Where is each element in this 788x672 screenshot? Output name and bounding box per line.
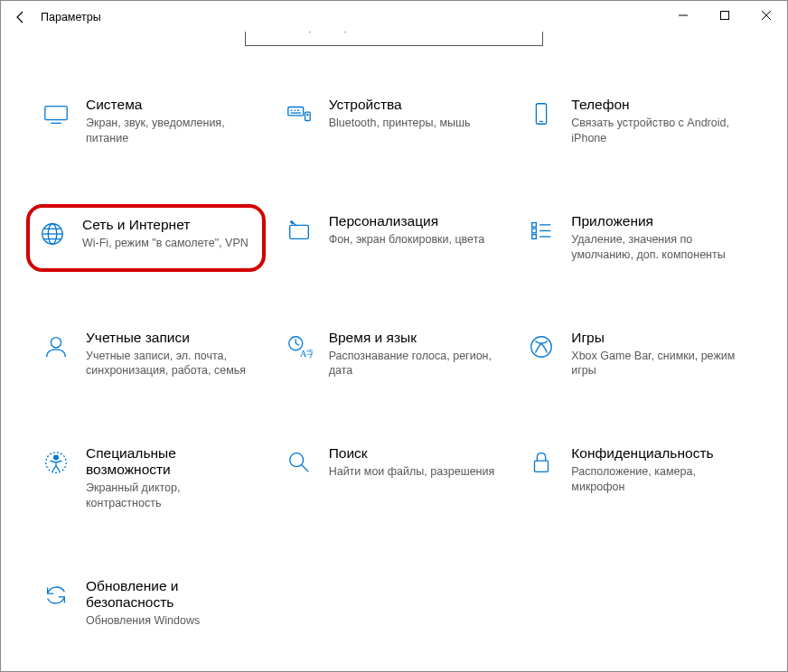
svg-point-14 [306, 114, 307, 115]
svg-point-29 [51, 337, 61, 347]
search-icon [521, 32, 533, 34]
tile-desc: Экран, звук, уведомления, питание [86, 116, 258, 146]
tile-title: Учетные записи [86, 330, 258, 346]
tile-desc: Экранный диктор, контрастность [86, 481, 258, 511]
minimize-button[interactable] [662, 1, 704, 30]
phone-icon [526, 98, 557, 129]
tile-desc: Обновления Windows [86, 613, 258, 629]
tile-apps[interactable]: Приложения Удаление, значения по умолчан… [526, 208, 747, 268]
tile-title: Время и язык [329, 330, 502, 346]
tile-title: Устройства [329, 97, 502, 113]
time-language-icon: A字 [284, 331, 314, 362]
tile-search[interactable]: Поиск Найти мои файлы, разрешения [284, 440, 505, 517]
apps-list-icon [526, 215, 557, 246]
magnifier-icon [284, 447, 314, 478]
accessibility-icon [41, 447, 71, 478]
tile-desc: Удаление, значения по умолчанию, доп. ко… [571, 232, 744, 263]
tile-title: Система [86, 97, 258, 113]
tile-title: Сеть и Интернет [82, 217, 253, 233]
svg-rect-27 [532, 234, 537, 238]
tile-title: Телефон [571, 97, 744, 113]
tile-ease-of-access[interactable]: Специальные возможности Экранный диктор,… [41, 440, 262, 517]
svg-rect-39 [535, 461, 549, 471]
svg-line-32 [296, 343, 299, 345]
tile-desc: Wi-Fi, режим "в самолете", VPN [82, 236, 253, 251]
window-title: Параметры [41, 11, 101, 23]
svg-rect-23 [532, 222, 537, 227]
search-input[interactable]: Найти параметр [245, 32, 543, 46]
monitor-icon [41, 98, 71, 129]
svg-rect-13 [305, 112, 310, 120]
back-button[interactable] [8, 5, 33, 30]
maximize-button[interactable] [704, 1, 746, 30]
tile-title: Игры [571, 330, 744, 346]
tile-privacy[interactable]: Конфиденциальность Расположение, камера,… [526, 440, 747, 517]
tile-title: Конфиденциальность [571, 445, 744, 462]
tile-network[interactable]: Сеть и Интернет Wi-Fi, режим "в самолете… [30, 208, 262, 268]
tile-title: Персонализация [329, 213, 502, 229]
svg-rect-6 [45, 107, 67, 120]
tile-desc: Xbox Game Bar, снимки, режим игры [571, 349, 744, 379]
sync-icon [41, 580, 71, 611]
tile-devices[interactable]: Устройства Bluetooth, принтеры, мышь [284, 91, 505, 152]
tile-title: Приложения [571, 213, 744, 229]
svg-line-38 [301, 465, 308, 472]
lock-icon [526, 447, 557, 478]
person-icon [41, 331, 71, 362]
tile-desc: Распознавание голоса, регион, дата [329, 349, 502, 379]
window-controls [662, 1, 787, 30]
tile-title: Специальные возможности [86, 445, 258, 478]
search-row: Найти параметр [1, 32, 787, 48]
globe-icon [37, 219, 68, 249]
svg-text:A字: A字 [300, 349, 313, 359]
search-placeholder: Найти параметр [255, 32, 521, 33]
tile-update-security[interactable]: Обновление и безопасность Обновления Win… [41, 573, 262, 634]
tile-system[interactable]: Система Экран, звук, уведомления, питани… [41, 91, 262, 152]
svg-point-36 [54, 455, 59, 460]
tile-desc: Bluetooth, принтеры, мышь [329, 116, 502, 131]
tile-phone[interactable]: Телефон Связать устройство с Android, iP… [526, 91, 747, 152]
paint-icon [284, 215, 314, 246]
svg-rect-8 [287, 107, 303, 116]
tile-desc: Расположение, камера, микрофон [571, 464, 744, 495]
keyboard-icon [284, 98, 314, 129]
svg-point-37 [289, 453, 303, 467]
svg-rect-22 [289, 225, 308, 238]
tile-desc: Связать устройство с Android, iPhone [571, 116, 744, 146]
svg-rect-25 [532, 229, 537, 233]
tile-desc: Фон, экран блокировки, цвета [329, 232, 502, 247]
xbox-icon [526, 331, 557, 362]
tile-accounts[interactable]: Учетные записи Учетные записи, эл. почта… [41, 324, 262, 385]
tile-gaming[interactable]: Игры Xbox Game Bar, снимки, режим игры [526, 324, 747, 385]
tile-personalization[interactable]: Персонализация Фон, экран блокировки, цв… [284, 208, 505, 268]
tile-desc: Найти мои файлы, разрешения [329, 464, 502, 480]
tile-title: Поиск [329, 445, 502, 462]
tile-title: Обновление и безопасность [86, 578, 258, 611]
svg-rect-1 [721, 12, 729, 20]
settings-grid: Система Экран, звук, уведомления, питани… [1, 48, 787, 652]
tile-time-language[interactable]: A字 Время и язык Распознавание голоса, ре… [284, 324, 505, 385]
tile-desc: Учетные записи, эл. почта, синхронизация… [86, 349, 258, 379]
close-button[interactable] [746, 1, 787, 30]
svg-point-34 [531, 336, 552, 357]
